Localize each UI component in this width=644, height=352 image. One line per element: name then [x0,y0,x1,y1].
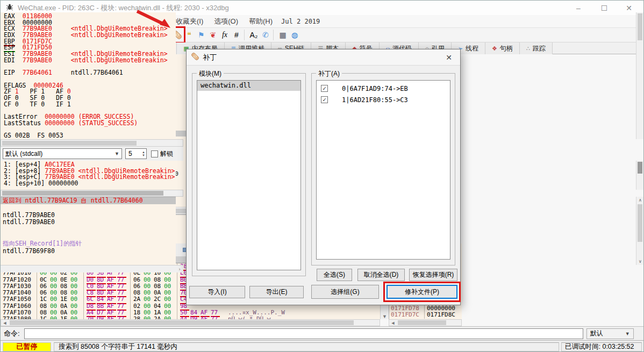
calculator-icon[interactable]: ▦ [277,28,289,41]
minimize-button[interactable]: – [566,1,591,15]
functions-icon[interactable]: fx [219,28,231,41]
debug-time: 已调试时间: 0:03:25:52 [561,342,642,351]
tab-跟踪[interactable]: ∴跟踪 [520,42,553,54]
hash-icon[interactable]: # [231,28,242,41]
handles-icon: ❖ [492,45,497,52]
command-scope-select[interactable]: 默认 ▼ [586,328,634,339]
stack-info-view[interactable]: 返回到 ntdll.77B9AC19 自 ntdll.77B64060 ntdl… [1,197,176,265]
select-group-button[interactable]: 选择组(G) [311,285,379,299]
export-button[interactable]: 导出(E) [249,286,304,298]
stack-row[interactable]: 0171FD7C0171FD8C [389,312,462,318]
menu-收藏夹I[interactable]: 收藏夹(I) [170,16,209,27]
calling-convention-value: 默认 (stdcall) [5,149,42,159]
stack-info-line: ntdll.77B69F80 [1,248,176,255]
tab-label: 线程 [466,44,478,53]
command-bar: 命令: 默认 ▼ [1,326,644,340]
x32dbg-window: WeChat.exe - PID: 263C - 模块: wechatwin.d… [0,0,644,352]
status-message: 搜索到 85008 个字符串于 17141 毫秒内 [54,342,559,351]
patches-group: 补丁(A) ✓0|6A7F1AD9:74->EB✓1|6AD21F80:55->… [311,73,455,265]
modules-list[interactable]: wechatwin.dll [197,80,301,270]
registers-view[interactable]: EAX 01186000EBX 00000000ECX 77B9ABE0 <nt… [1,12,176,139]
debug-state-badge: 已暂停 [3,342,51,351]
scroll-down-icon[interactable]: ▼ [381,314,389,319]
menu-选项O[interactable]: 选项(O) [209,16,244,27]
patches-group-label: 补丁(A) [316,69,342,78]
command-scope-value: 默认 [590,329,603,338]
registers-vscrollbar[interactable] [636,12,643,139]
comments-icon[interactable]: ❝ [183,28,195,41]
toolbar-separator [244,30,248,40]
restore-selection-button[interactable]: 恢复选择项(R) [409,269,457,281]
maximize-button[interactable]: ☐ [592,1,617,15]
patch-icon [191,52,199,62]
arguments-view[interactable]: 1: [esp+4] A0C17EEA2: [esp+8] 77B9ABE0 <… [1,161,176,190]
register-line: LastStatus 00000000 (STATUS_SUCCESS) [4,120,176,127]
build-date: Jul 2 2019 [278,18,320,25]
patch-checkbox[interactable]: ✓ [321,85,328,92]
scroll-up-icon[interactable]: ∧ [639,198,642,203]
stack-address: 0171FD7C [389,312,425,318]
patch-label: 0|6A7F1AD9:74->EB [342,85,408,92]
stack-info-line [1,204,176,211]
patch-item[interactable]: ✓0|6A7F1AD9:74->EB [317,83,450,94]
checkbox-icon[interactable] [151,150,158,157]
calling-convention-select[interactable]: 默认 (stdcall) ▼ [3,148,122,159]
chevron-down-icon: ▼ [115,151,119,156]
stepper-arrows-icon[interactable]: ▲▼ [142,150,146,157]
command-label: 命令: [4,329,20,339]
arg-count-stepper[interactable]: 5 ▲▼ [125,148,147,159]
menu-帮助H[interactable]: 帮助(H) [244,16,278,27]
scroll-right-icon[interactable]: › [176,267,183,272]
deselect-all-button[interactable]: 取消全选(D) [357,269,405,281]
register-line: EIP 77B64061 ntdll.77B64061 [4,70,176,76]
stack-info-line: ntdll.77B9ABE0 [1,219,176,226]
registers-hscrollbar[interactable] [1,139,183,147]
register-line: GS 002B FS 0053 [4,133,176,139]
patch-dialog-titlebar[interactable]: 补丁 ✕ [187,49,460,66]
stack-info-line: 指向SEH_Record[1]的指针 [1,240,176,247]
tab-label: 跟踪 [533,44,546,53]
trace-icon: ∴ [526,45,530,52]
patches-list[interactable]: ✓0|6A7F1AD9:74->EB✓1|6AD21F80:55->C3 [316,80,450,260]
labels-icon[interactable]: ⚑ [195,28,207,41]
stack-info-hscrollbar[interactable]: › [1,265,183,272]
patch-label: 1|6AD21F80:55->C3 [342,96,408,104]
patch-dialog: 补丁 ✕ 模块(M) wechatwin.dll 补丁(A) ✓0|6A7F1A… [186,49,461,305]
dump-hscrollbar[interactable]: ◄ [1,319,380,326]
modules-icon[interactable]: ✆ [260,28,271,41]
globe-icon[interactable]: ◍ [289,28,300,41]
bookmarks-icon[interactable]: ❦ [207,28,219,41]
stack-info-line [1,233,176,240]
arguments-vscrollbar[interactable] [636,161,643,190]
stack-info-vscrollbar[interactable]: ∧ ∨ [636,197,643,265]
dialog-close-icon[interactable]: ✕ [443,52,455,63]
memory-address: 77AF1050 [1,296,37,303]
unlock-checkbox[interactable]: 解锁 [151,149,173,159]
import-button[interactable]: 导入(I) [189,286,245,298]
stack-info-line [1,226,176,233]
module-item[interactable]: wechatwin.dll [197,81,300,91]
patch-checkbox[interactable]: ✓ [321,96,328,103]
patch-item[interactable]: ✓1|6AD21F80:55->C3 [317,94,450,105]
arguments-hscrollbar[interactable] [1,190,183,197]
patch-file-button[interactable]: 修补文件(P) [387,285,457,299]
scroll-down-icon[interactable]: ∨ [639,259,642,264]
tab-label: 句柄 [500,44,513,53]
stack-hscrollbar[interactable]: ◄ [389,319,462,326]
tab-句柄[interactable]: ❖句柄 [485,42,520,54]
modules-group: 模块(M) wechatwin.dll [192,73,306,276]
bug-app-icon [6,3,13,12]
stack-info-line: 返回到 ntdll.77B9AC19 自 ntdll.77B64060 [1,197,176,204]
window-title: WeChat.exe - PID: 263C - 模块: wechatwin.d… [18,3,229,13]
stack-value: 0171FD8C [425,312,455,318]
stack-info-line: ntdll.77B9ABE0 [1,212,176,219]
select-all-button[interactable]: 全选(S) [317,269,352,281]
toolbar-separator [273,30,277,40]
registers-pane: 隐藏FPU EAX 01186000EBX 00000000ECX 77B9AB… [1,1,183,272]
argument-line: 4: [esp+10] 00000000 [4,181,176,187]
status-bar: 已暂停 搜索到 85008 个字符串于 17141 毫秒内 已调试时间: 0:0… [1,340,644,352]
unlock-label: 解锁 [160,149,173,159]
command-input[interactable] [24,328,583,339]
patch-dialog-title: 补丁 [203,53,217,62]
case-icon[interactable]: A₂ [248,28,260,41]
